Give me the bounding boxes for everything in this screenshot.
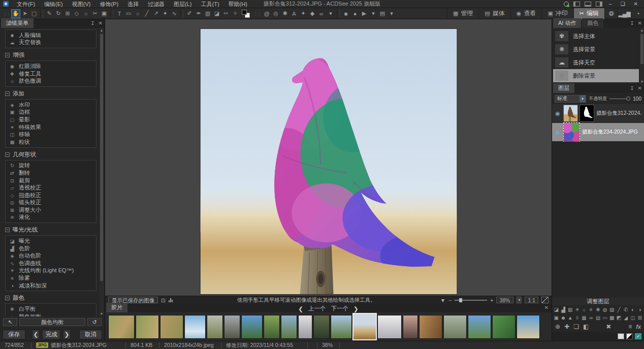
previous-image-button[interactable]: ❮ [32,330,40,339]
photo-effect-icon[interactable]: ▨ [609,306,616,313]
record-icon[interactable]: ● [350,9,360,18]
menu-item[interactable]: ≡ 除雾 [9,274,96,282]
filmstrip-thumbnail[interactable] [444,315,466,338]
layer-row[interactable]: ◉ 摄影合集312-2024.J.. [552,104,644,123]
layout-left-pane-icon[interactable] [573,2,580,7]
close-panel-icon[interactable]: ✕ [638,20,642,26]
settings-gear-icon[interactable]: ✱ [280,9,289,18]
delete-layer-icon[interactable]: ✖ [606,323,611,330]
tv-icon[interactable]: ▣ [553,314,560,321]
menu-item[interactable]: ☁ 天空替换 [9,39,96,47]
curve-tool-icon[interactable]: ∿ [170,9,179,18]
exposure-icon[interactable]: ◪ [553,306,560,313]
menu-item[interactable]: ▦ 粒状 [9,138,96,146]
zoom-menu-icon[interactable]: ▼ [440,297,445,303]
transform-tool-icon[interactable]: ⊞ [63,9,72,18]
contrast-icon[interactable]: ◑ [636,306,643,313]
actions-record-icon[interactable]: @ [262,9,271,18]
marquee-select-icon[interactable]: ▢ [29,9,39,18]
scroll-up-icon[interactable]: ▲ [640,28,644,33]
menubar-item[interactable]: 帮助(H) [224,0,252,8]
color-balance-icon[interactable]: ❋ [595,306,601,313]
menu-item[interactable]: ☻ 人脸编辑 [9,31,96,39]
menubar-item[interactable]: 文件(F) [12,0,40,8]
menu-item[interactable]: ❋ 白平衡 [9,305,96,313]
restore-button[interactable]: ❏ [619,1,627,7]
filmstrip-thumbnail[interactable] [242,315,262,338]
edit-brush-icon[interactable]: ✎ [45,9,54,18]
menu-item[interactable]: ⇄ 翻转 [9,169,96,177]
opacity-slider[interactable] [609,96,629,101]
menu-item[interactable]: ↻ 旋转 [9,162,96,170]
skin-tune-icon[interactable]: ☻ [560,314,567,321]
menubar-item[interactable]: 修饰(P) [95,0,123,8]
filmstrip-thumbnail[interactable] [468,315,491,338]
opacity-slider-thumb[interactable] [626,97,630,101]
levels-eq-icon[interactable]: ≡ [588,306,594,313]
fx-icon[interactable]: fx [636,324,641,330]
measure-tool-icon[interactable]: A [289,9,299,18]
binoculars-icon[interactable]: ∞ [317,9,326,18]
tool-button[interactable] [337,10,340,17]
soft-focus-icon[interactable]: ✆ [623,306,629,313]
fill-tool-icon[interactable]: ◆ [308,9,317,18]
cancel-button[interactable]: 取消 [79,330,102,339]
pencil-tool-icon[interactable]: ✏ [221,9,231,18]
menubar-item[interactable]: 视图(V) [68,0,95,8]
tool-button[interactable] [110,10,113,17]
menu-item[interactable]: ⊞ 调整大小 [9,206,96,214]
cut-tool-icon[interactable]: ✂ [90,9,100,18]
layer-mask-thumbnail[interactable] [580,105,594,121]
filmstrip-thumbnail[interactable] [353,314,376,339]
filmstrip-thumbnail[interactable] [493,315,515,338]
foreground-color-swatch[interactable] [242,10,247,15]
mode-button[interactable]: ◉ 查看 [510,8,542,19]
color-tab[interactable]: 颜色 [582,18,603,28]
rotate-tool-icon[interactable]: ↻ [54,9,63,18]
hand-tool-icon[interactable]: ✋ [11,9,20,18]
filmstrip-thumbnail[interactable] [160,315,183,338]
stamp-tool-icon[interactable]: ▣ [100,9,109,18]
close-panel-icon[interactable]: ✕ [638,85,642,91]
arrow-tool-icon[interactable]: ↗ [151,9,160,18]
color-wheel-icon[interactable]: ❂ [604,8,618,19]
tone-curves-icon[interactable]: ▧ [567,306,573,313]
layer-visibility-icon[interactable]: ◉ [554,110,561,117]
levels-icon[interactable]: ▟ [560,306,567,313]
collapse-icon[interactable]: − [5,152,10,157]
minimize-button[interactable]: – [607,1,614,7]
zoom-settings-icon[interactable]: ◎ [271,9,280,18]
menu-item[interactable]: ◑ 减淡和加深 [9,282,96,290]
filmstrip-thumbnail[interactable] [281,315,297,338]
menu-item[interactable]: ◐ 颜色均衡 [9,313,96,316]
paint-brush-icon[interactable]: ✐ [185,9,194,18]
zoom-value[interactable]: 38% [496,297,513,303]
apply-check-icon[interactable]: ✓ [635,333,641,339]
menu-item[interactable]: ⊡ 裁剪 [9,177,96,184]
quill-pen-icon[interactable]: ✒ [194,9,203,18]
distort-tool-icon[interactable]: ◇ [72,9,81,18]
ellipse-tool-icon[interactable]: ○ [133,9,142,18]
zoom-slider-thumb[interactable] [459,298,462,302]
menu-item[interactable]: ∿ 色调曲线 [9,260,96,267]
zoom-slider[interactable] [455,298,487,303]
duplicate-layer-icon[interactable]: ❏ [573,323,579,330]
mode-button[interactable]: ✂ 编辑 [573,8,604,19]
collapse-icon[interactable]: − [5,296,10,300]
gradient-map-icon[interactable]: ◩ [616,314,622,321]
mode-button[interactable]: ▣ 冲印 [541,8,573,19]
dropdown-arrow-icon[interactable]: ▾ [387,9,396,18]
scroll-down-icon[interactable]: ▼ [640,79,644,84]
clarity-icon[interactable]: ∞ [588,314,594,321]
eyedropper-tool-icon[interactable]: ✧ [231,9,240,18]
layer-thumbnail[interactable] [564,105,577,121]
rectangle-tool-icon[interactable]: ▭ [124,9,133,18]
menu-item[interactable]: ◉ 红眼消除 [9,62,96,70]
gradient-tool-icon[interactable]: ▥ [203,9,212,18]
pixelate-icon[interactable]: ▩ [609,314,616,321]
menu-group-header[interactable]: − 添加 [5,90,96,98]
menu-item[interactable]: ◈ 自动色阶 [9,252,96,260]
grid-icon[interactable]: ⊞ [636,314,643,321]
user-account-icon[interactable] [564,2,569,7]
active-tool-button[interactable]: 颜色均衡 [19,318,85,326]
